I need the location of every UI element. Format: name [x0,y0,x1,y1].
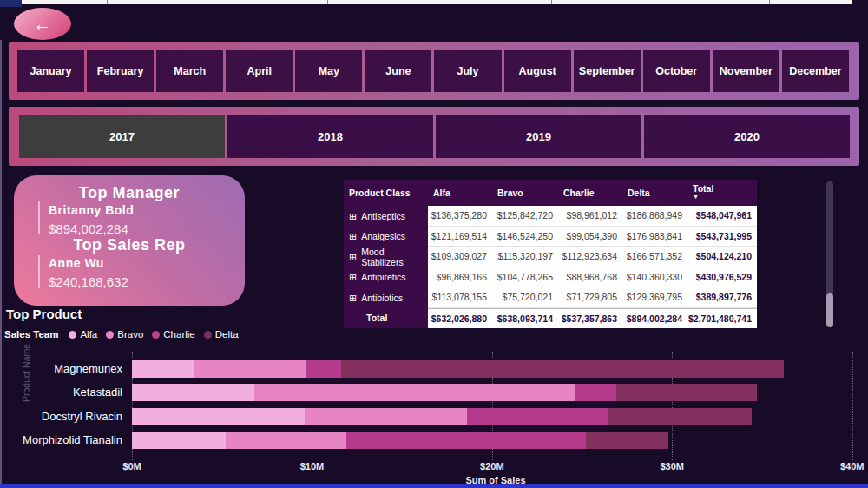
top-manager-value: $894,002,284 [49,221,128,236]
bar-segment-charlie[interactable] [346,432,586,449]
month-button-january[interactable]: January [17,50,84,92]
legend-item-label: Charlie [163,329,194,340]
bar-segment-delta[interactable] [586,432,668,449]
table-cell: $389,897,776 [687,287,757,308]
bar-segment-delta[interactable] [608,408,752,425]
sorted-header: Total▼ [693,184,713,201]
ruler-tick [769,0,770,4]
category-label: Morphizolid Tianalin [0,432,128,449]
bar-segment-charlie[interactable] [575,384,616,401]
month-button-september[interactable]: September [574,50,641,92]
top-product-bar-chart: Product Name MagnemunexKetastadilDocstry… [0,352,868,488]
table-cell: $140,360,330 [622,267,687,288]
back-button[interactable]: ← [14,8,71,40]
year-button-2020[interactable]: 2020 [644,115,850,158]
sort-descending-icon: ▼ [693,193,713,201]
bar-segment-charlie[interactable] [306,360,340,378]
expand-icon[interactable]: ⊞ [349,273,357,281]
top-manager-name: Britanny Bold [49,203,134,217]
top-left-blue-block [0,0,22,7]
year-slicer: 2017201820192020 [19,115,850,158]
table-cell: $75,720,021 [492,287,558,308]
table-header-product-class[interactable]: Product Class [344,180,428,206]
bar-segment-alfa[interactable] [132,408,305,425]
table-cell: $98,961,012 [558,206,622,227]
legend-item-label: Delta [215,329,239,340]
bar-segment-bravo[interactable] [254,384,575,401]
sales-team-legend: Sales Team AlfaBravoCharlieDelta [4,329,239,340]
table-header-charlie[interactable]: Charlie [558,180,622,206]
row-label-text: Antiseptics [361,211,405,221]
legend-title: Sales Team [4,329,58,340]
table-row-label: ⊞Antiseptics [344,206,428,227]
table-cell: $113,078,155 [428,287,492,308]
year-button-2018[interactable]: 2018 [227,115,433,158]
table-row-label: ⊞Analgesics [344,227,428,247]
table-cell: $176,983,841 [622,227,687,247]
month-button-july[interactable]: July [434,50,501,92]
table-header-total[interactable]: Total▼ [687,180,757,206]
expand-icon[interactable]: ⊞ [349,253,357,261]
bar-segment-bravo[interactable] [305,408,467,425]
table-total-cell: $537,357,863 [558,308,622,328]
legend-item-label: Alfa [80,329,97,340]
legend-items: AlfaBravoCharlieDelta [69,329,238,340]
expand-icon[interactable]: ⊞ [349,293,357,302]
month-button-november[interactable]: November [713,50,779,92]
legend-item-bravo[interactable]: Bravo [106,329,143,340]
dashboard-page: ← JanuaryFebruaryMarchAprilMayJuneJulyAu… [0,0,868,488]
legend-item-charlie[interactable]: Charlie [152,329,194,340]
month-slicer-strip: JanuaryFebruaryMarchAprilMayJuneJulyAugu… [9,42,859,100]
month-button-december[interactable]: December [782,50,849,92]
month-button-october[interactable]: October [643,50,710,92]
bar-segment-charlie[interactable] [467,408,608,425]
table-cell: $96,869,166 [428,267,492,288]
top-manager-title: Top Manager [14,184,245,202]
bar-segment-delta[interactable] [341,360,784,378]
bar-segment-bravo[interactable] [194,360,307,378]
top-sales-rep-title: Top Sales Rep [14,236,245,254]
accent-bar [38,255,40,288]
legend-dot-icon [106,331,114,339]
legend-item-delta[interactable]: Delta [204,329,239,340]
month-button-february[interactable]: February [87,50,154,92]
row-label-text: Analgesics [361,231,405,241]
bar-row-magnemunex [132,360,859,378]
year-button-2019[interactable]: 2019 [436,115,641,158]
month-button-april[interactable]: April [226,50,293,92]
scrollbar-thumb[interactable] [826,293,833,327]
table-cell: $146,524,250 [492,227,558,247]
top-sales-rep-name: Anne Wu [49,256,104,270]
bar-segment-alfa[interactable] [132,360,194,378]
table-header-bravo[interactable]: Bravo [492,180,558,206]
table-cell: $115,320,197 [492,247,558,267]
top-manager-card: Top Manager Britanny Bold $894,002,284 T… [14,175,245,306]
row-label-text: Antipiretics [361,272,405,282]
year-button-2017[interactable]: 2017 [19,115,225,158]
bar-segment-alfa[interactable] [132,432,226,449]
table-header-alfa[interactable]: Alfa [428,180,492,206]
row-label-text: Antibiotics [361,293,403,303]
row-label-text: Mood Stabilizers [361,247,424,267]
table-header-delta[interactable]: Delta [622,180,687,206]
table-cell: $430,976,529 [687,267,757,288]
category-label: Ketastadil [0,384,128,401]
bar-segment-bravo[interactable] [226,432,346,449]
legend-item-alfa[interactable]: Alfa [69,329,97,340]
category-label: Docstryl Rivacin [0,408,128,425]
expand-icon[interactable]: ⊞ [349,232,357,241]
month-button-august[interactable]: August [504,50,571,92]
expand-icon[interactable]: ⊞ [349,212,357,221]
bar-segment-alfa[interactable] [132,384,254,401]
month-button-june[interactable]: June [365,50,431,92]
table-cell: $99,054,390 [558,227,622,247]
month-button-may[interactable]: May [295,50,362,92]
total-row-label: Total [344,308,428,328]
month-button-march[interactable]: March [156,50,223,92]
table-cell: $125,842,720 [492,206,558,227]
table-cell: $112,923,634 [558,247,622,267]
table-total-cell: $638,093,714 [492,308,558,328]
table-cell: $166,571,352 [622,247,687,267]
table-row-label: ⊞Mood Stabilizers [344,247,428,267]
bar-segment-delta[interactable] [616,384,757,401]
